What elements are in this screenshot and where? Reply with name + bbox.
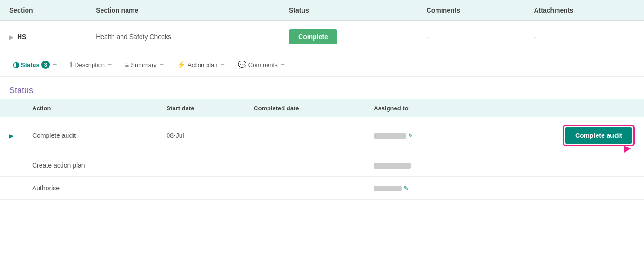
assigned-to-blurred-text [374, 186, 402, 191]
col-completed-date: Completed date [244, 99, 364, 117]
status-table-row: Authorise ✎ [0, 177, 644, 200]
edit-icon[interactable]: ✎ [408, 132, 413, 139]
col-section: Section [0, 0, 87, 21]
comments-cell: - [417, 21, 525, 53]
assigned-to-cell: ✎ [364, 117, 473, 154]
tab-comments[interactable]: 💬 Comments − [232, 58, 290, 72]
row-expand-cell [0, 177, 23, 200]
status-half-circle-icon: ◑ [13, 61, 19, 69]
col-action-btn [474, 99, 644, 117]
complete-audit-button[interactable]: Complete audit [565, 127, 632, 144]
completed-date-cell [244, 154, 364, 177]
summary-collapse-icon[interactable]: − [160, 61, 164, 68]
status-table: Action Start date Completed date Assigne… [0, 99, 644, 200]
status-badge-count: 3 [41, 61, 50, 69]
section-cell: ▶ HS [0, 21, 87, 53]
table-row: ▶ HS Health and Safety Checks Complete -… [0, 21, 644, 53]
complete-audit-highlight: Complete audit [563, 125, 635, 146]
col-arrow [0, 99, 23, 117]
row-expand-cell[interactable]: ▶ [0, 117, 23, 154]
expand-arrow-icon: ▶ [9, 133, 13, 139]
status-cell: Complete [280, 21, 417, 53]
action-button-cell [474, 154, 644, 177]
tab-summary-label: Summary [131, 61, 157, 68]
assigned-to-cell: ✎ [364, 177, 473, 200]
start-date-cell [157, 177, 244, 200]
tab-description[interactable]: ℹ Description − [64, 58, 117, 72]
start-date-cell [157, 154, 244, 177]
section-code: HS [17, 33, 26, 41]
col-attachments: Attachments [525, 0, 644, 21]
top-section-table: Section Section name Status Comments Att… [0, 0, 644, 53]
attachments-cell: - [525, 21, 644, 53]
completed-date-cell [244, 177, 364, 200]
chevron-right-icon: ▶ [9, 34, 13, 41]
cursor-arrow-icon [621, 146, 631, 155]
tab-status[interactable]: ◑ Status 3 − [7, 58, 62, 72]
assigned-to-cell [364, 154, 473, 177]
tab-summary[interactable]: ≡ Summary − [119, 58, 169, 72]
status-table-row: ▶Complete audit08-Jul ✎ Complete audit [0, 117, 644, 154]
assigned-to-blurred-text [374, 133, 406, 139]
action-button-cell: Complete audit [474, 117, 644, 154]
action-name-cell: Complete audit [23, 117, 157, 154]
description-collapse-icon[interactable]: − [107, 61, 112, 68]
action-name-cell: Create action plan [23, 154, 157, 177]
status-section: Status Action Start date Completed date … [0, 77, 644, 200]
col-comments: Comments [417, 0, 525, 21]
complete-status-button[interactable]: Complete [289, 29, 337, 44]
description-info-icon: ℹ [70, 61, 73, 69]
action-button-cell [474, 177, 644, 200]
row-expand-cell [0, 154, 23, 177]
tab-description-label: Description [74, 61, 105, 68]
comments-collapse-icon[interactable]: − [281, 61, 285, 68]
status-collapse-icon[interactable]: − [53, 61, 57, 68]
tab-comments-label: Comments [248, 61, 278, 68]
action-plan-collapse-icon[interactable]: − [221, 61, 225, 68]
action-plan-bolt-icon: ⚡ [177, 61, 186, 69]
comments-bubble-icon: 💬 [238, 61, 247, 69]
col-start-date: Start date [157, 99, 244, 117]
action-name-cell: Authorise [23, 177, 157, 200]
tab-action-plan-label: Action plan [188, 61, 217, 68]
tab-status-label: Status [21, 61, 40, 68]
status-table-row: Create action plan [0, 154, 644, 177]
col-status: Status [280, 0, 417, 21]
section-name-cell: Health and Safety Checks [87, 21, 280, 53]
assigned-to-blurred-text [374, 163, 411, 169]
col-section-name: Section name [87, 0, 280, 21]
completed-date-cell [244, 117, 364, 154]
tab-navigation: ◑ Status 3 − ℹ Description − ≡ Summary −… [0, 53, 644, 77]
col-assigned-to: Assigned to [364, 99, 473, 117]
edit-icon[interactable]: ✎ [403, 185, 409, 192]
start-date-cell: 08-Jul [157, 117, 244, 154]
col-action: Action [23, 99, 157, 117]
tab-action-plan[interactable]: ⚡ Action plan − [171, 58, 230, 72]
status-section-heading: Status [0, 77, 644, 99]
summary-list-icon: ≡ [125, 61, 129, 69]
